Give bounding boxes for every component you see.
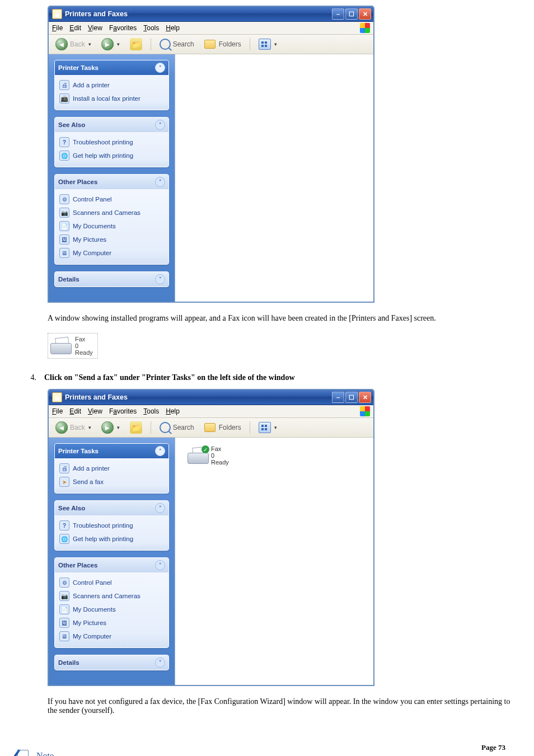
folders-button[interactable]: Folders [201,39,245,50]
group-title: Other Places [58,179,97,185]
views-button[interactable]: ▾ [255,37,280,51]
task-label: Scanners and Cameras [73,209,140,216]
fax-docs-label: 0 [75,342,93,349]
window-title: Printers and Faxes [65,10,332,18]
send-fax-link[interactable]: Send a fax [58,475,166,489]
maximize-button[interactable]: ☐ [345,8,358,20]
chevron-down-icon: ▾ [88,425,91,430]
views-button[interactable]: ▾ [255,421,280,434]
note-label: Note [36,751,54,756]
my-documents-link[interactable]: My Documents [58,603,166,616]
search-button[interactable]: Search [156,37,198,51]
menu-tools[interactable]: Tools [143,407,159,415]
see-also-header[interactable]: See Also ˄ [55,118,168,132]
my-pictures-link[interactable]: My Pictures [58,616,166,630]
menu-favorites[interactable]: Favorites [109,24,137,32]
forward-button[interactable]: ► ▾ [98,37,123,51]
other-places-group: Other Places ˄ Control Panel Scanners an… [54,174,169,265]
see-also-header[interactable]: See Also ˄ [55,501,168,515]
control-panel-link[interactable]: Control Panel [58,192,166,206]
see-also-group: See Also ˄ Troubleshoot printing Get hel… [54,117,169,167]
my-computer-link[interactable]: My Computer [58,630,166,643]
my-pictures-link[interactable]: My Pictures [58,233,166,246]
up-button[interactable]: 📁 [127,420,146,435]
separator [250,421,250,434]
task-label: Get help with printing [73,536,133,542]
troubleshoot-printing-link[interactable]: Troubleshoot printing [58,519,166,532]
folder-content-area[interactable]: ✓ Fax 0 Ready [175,438,373,685]
documents-icon [59,221,69,231]
menu-view[interactable]: View [88,24,102,32]
other-places-header[interactable]: Other Places ˄ [55,558,168,572]
collapse-icon[interactable]: ˄ [155,503,165,513]
fax-printer-icon: ✓ [188,447,208,464]
menu-favorites[interactable]: Favorites [109,407,137,415]
my-computer-link[interactable]: My Computer [58,246,166,260]
back-button[interactable]: ◄ Back ▾ [52,37,95,51]
separator [151,421,151,434]
up-button[interactable]: 📁 [127,37,146,51]
search-icon [160,39,171,50]
collapse-icon[interactable]: ˄ [155,177,165,187]
get-help-printing-link[interactable]: Get help with printing [58,149,166,162]
add-printer-link[interactable]: Add a printer [58,462,166,475]
forward-button[interactable]: ► ▾ [98,420,123,435]
add-printer-link[interactable]: Add a printer [58,78,166,92]
expand-icon[interactable]: ˅ [155,658,165,668]
menu-help[interactable]: Help [166,24,180,32]
menu-tools[interactable]: Tools [143,24,159,32]
expand-icon[interactable]: ˅ [155,274,165,284]
troubleshoot-printing-link[interactable]: Troubleshoot printing [58,135,166,149]
chevron-down-icon: ▾ [88,41,91,47]
search-button[interactable]: Search [156,421,198,434]
install-fax-printer-link[interactable]: Install a local fax printer [58,92,166,105]
menu-view[interactable]: View [88,407,102,415]
minimize-button[interactable]: – [332,392,344,403]
folder-content-area[interactable] [175,54,373,302]
install-result-text: A window showing installed programs will… [48,314,520,323]
maximize-button[interactable]: ☐ [345,392,358,403]
collapse-icon[interactable]: ˄ [155,63,165,73]
folders-button[interactable]: Folders [201,422,245,433]
toolbar: ◄ Back ▾ ► ▾ 📁 Search Folders ▾ [49,418,373,438]
printer-tasks-header[interactable]: Printer Tasks ˄ [55,60,168,75]
task-label: Troubleshoot printing [73,139,133,145]
chevron-down-icon: ▾ [274,425,277,430]
scanners-cameras-link[interactable]: Scanners and Cameras [58,589,166,603]
close-button[interactable]: ✕ [359,8,371,20]
step-4: 4. Click on "Send a fax" under "Printer … [25,373,520,382]
group-title: See Also [58,505,85,511]
config-wizard-text: If you have not yet configured a fax dev… [48,697,520,715]
back-button[interactable]: ◄ Back ▾ [52,420,95,435]
search-label: Search [173,40,194,48]
menu-help[interactable]: Help [166,407,180,415]
menu-edit[interactable]: Edit [69,407,81,415]
task-label: Troubleshoot printing [73,522,133,529]
fax-item[interactable]: ✓ Fax 0 Ready [188,445,364,466]
details-header[interactable]: Details ˅ [55,272,168,287]
details-header[interactable]: Details ˅ [55,655,168,670]
menu-file[interactable]: File [52,24,63,32]
scanners-cameras-link[interactable]: Scanners and Cameras [58,206,166,219]
fax-docs-label: 0 [211,452,229,459]
menu-file[interactable]: File [52,407,63,415]
menu-edit[interactable]: Edit [69,24,81,32]
get-help-printing-link[interactable]: Get help with printing [58,532,166,546]
my-documents-link[interactable]: My Documents [58,219,166,233]
close-button[interactable]: ✕ [359,392,371,403]
fax-status-label: Ready [75,349,93,356]
minimize-button[interactable]: – [332,8,344,20]
collapse-icon[interactable]: ˄ [155,120,165,130]
task-label: Scanners and Cameras [73,593,140,599]
menubar: File Edit View Favorites Tools Help [49,22,373,35]
printer-tasks-header[interactable]: Printer Tasks ˄ [55,444,168,458]
control-panel-link[interactable]: Control Panel [58,576,166,589]
collapse-icon[interactable]: ˄ [155,446,165,456]
send-icon [59,477,69,487]
scanner-icon [59,591,69,601]
window-title: Printers and Faxes [65,393,332,401]
collapse-icon[interactable]: ˄ [155,560,165,570]
help-web-icon [59,151,69,161]
group-title: Details [58,276,79,283]
other-places-header[interactable]: Other Places ˄ [55,175,168,189]
